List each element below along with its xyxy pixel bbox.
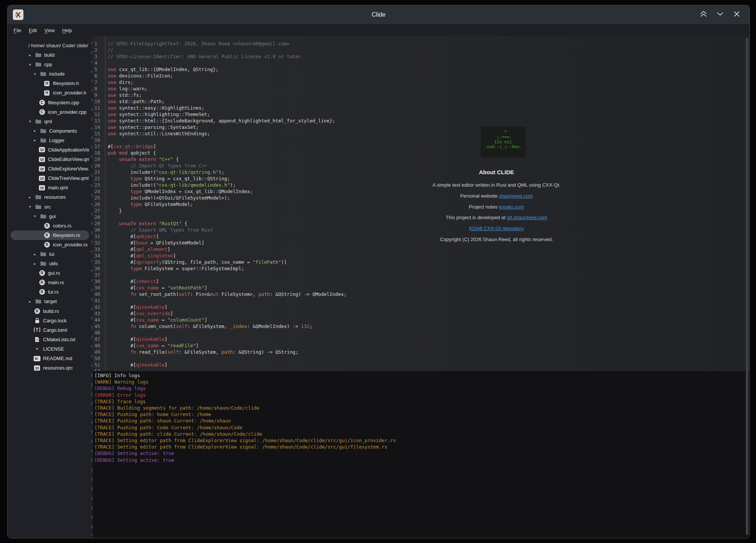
- about-link[interactable]: shaunreed.com: [499, 193, 533, 199]
- tree-item-label: main.rs: [48, 280, 64, 285]
- tree-item-tui[interactable]: ▸tui: [11, 249, 89, 259]
- chevron-expanded-icon: ▾: [29, 205, 35, 209]
- maximize-button[interactable]: [699, 10, 708, 19]
- tree-item-license[interactable]: ✶LICENSE: [11, 344, 89, 354]
- folder-icon: [40, 71, 46, 76]
- tree-item-clideeditorview-qml[interactable]: QtClideEditorView.qml: [11, 155, 89, 164]
- log-line-debug: [DEBUG] Setting active: true: [94, 457, 750, 463]
- tree-item-components[interactable]: ▸Components: [11, 126, 89, 136]
- code-token: [108, 176, 130, 181]
- code-token: [108, 156, 119, 162]
- code-line-text: #[cxx_qt::bridge]: [104, 143, 156, 150]
- menu-mnemonic: F: [14, 28, 17, 33]
- tree-item-target[interactable]: ▸target: [11, 297, 89, 306]
- tree-item-utils[interactable]: ▸utils: [11, 259, 89, 268]
- tree-item-label: icon_provider.h: [53, 90, 86, 96]
- qt-file-icon: Qt: [39, 185, 45, 190]
- code-token: #[: [108, 317, 136, 323]
- tree-item-gui[interactable]: ▾gui: [11, 212, 89, 221]
- qt-file-icon: Qt: [39, 147, 45, 152]
- tree-item-main-qml[interactable]: Qtmain.qml: [11, 183, 89, 192]
- tree-item-colors-rs[interactable]: Rcolors.rs: [11, 221, 89, 231]
- tree-item-cargo-lock[interactable]: Cargo.lock: [11, 316, 89, 325]
- tree-item-filesystem-cpp[interactable]: Cfilesystem.cpp: [11, 97, 89, 107]
- text-file-icon: [34, 337, 40, 342]
- tree-item-label: CMakeLists.txt: [43, 337, 75, 342]
- tree-item-build[interactable]: ▸build: [11, 50, 89, 60]
- tree-item-clideapplicationview-qml[interactable]: QtClideApplicationView.qml: [11, 145, 89, 155]
- menu-item-view[interactable]: View: [41, 25, 59, 36]
- code-line-text: // Export QML Types from Rust: [104, 227, 213, 233]
- log-line-trace: [TRACE] Building segments for path: /hom…: [94, 405, 750, 411]
- code-line-text: #[qproperty(QString, file_path, cxx_name…: [104, 259, 287, 265]
- folder-icon: [35, 53, 42, 57]
- line-number: 33: [93, 246, 104, 252]
- qt-file-icon: Qt: [39, 176, 45, 181]
- line-number: 5: [93, 66, 104, 73]
- code-token: }: [108, 208, 122, 213]
- tree-item-icon-provider-cpp[interactable]: Cicon_provider.cpp: [11, 107, 89, 117]
- cpp-file-icon: C: [39, 100, 45, 105]
- code-token: ]: [204, 285, 207, 291]
- tree-item-label: filesystem.rs: [53, 232, 80, 238]
- close-icon: [733, 11, 740, 19]
- line-number: 3: [93, 53, 104, 60]
- code-token: type: [130, 176, 142, 181]
- line-number: 31: [93, 233, 104, 240]
- menu-item-edit[interactable]: Edit: [25, 25, 41, 36]
- tree-item-cpp[interactable]: ▾cpp: [11, 60, 89, 69]
- explorer-scrollbar[interactable]: [91, 42, 92, 536]
- menu-item-help[interactable]: Help: [59, 25, 76, 36]
- tree-item-src[interactable]: ▾src: [11, 202, 89, 212]
- about-link[interactable]: knoats.com: [499, 204, 524, 210]
- code-token: use: [108, 86, 116, 91]
- tree-item-gui-rs[interactable]: Rgui.rs: [11, 268, 89, 278]
- code-token: use: [108, 79, 116, 85]
- about-link[interactable]: git.shaunreed.com: [507, 215, 547, 220]
- code-token: qml_element: [136, 246, 167, 252]
- line-number: 1: [93, 40, 104, 47]
- log-line-trace: [TRACE] Trace logs: [94, 398, 750, 405]
- content-area: / home/ shaun/ Code/ clide/ ▸build▾cpp▾i…: [8, 36, 750, 538]
- tree-item-clideexplorerview-qml[interactable]: QtClideExplorerView.qml: [11, 164, 89, 173]
- tree-item-resources[interactable]: ▸resources: [11, 192, 89, 202]
- code-editor[interactable]: 1// SPDX-FileCopyrightText: 2026, Shaun …: [93, 36, 750, 371]
- tree-item-clidetreeview-qml[interactable]: QtClideTreeView.qml: [11, 173, 89, 183]
- tree-item-readme-md[interactable]: M↓README.md: [11, 354, 89, 363]
- code-line-text: #[qml_element]: [104, 246, 170, 252]
- code-token: #[: [108, 343, 136, 348]
- tree-item-tui-rs[interactable]: Rtui.rs: [11, 287, 89, 297]
- tree-item-icon-provider-rs[interactable]: Ricon_provider.rs: [11, 240, 89, 249]
- code-token: : &FileSystem,: [187, 323, 230, 329]
- menu-item-file[interactable]: File: [10, 25, 25, 36]
- tree-item-filesystem-h[interactable]: Hfilesystem.h: [11, 79, 89, 88]
- double-chevron-up-icon: [699, 10, 708, 19]
- header-file-icon: H: [43, 81, 50, 86]
- code-line: 7use dirs;: [93, 79, 750, 85]
- tree-item-filesystem-rs[interactable]: Rfilesystem.rs: [11, 231, 89, 240]
- tree-item-cmakelists-txt[interactable]: CMakeLists.txt: [11, 335, 89, 344]
- tree-item-resources-qrc[interactable]: Qtresources.qrc: [11, 363, 89, 373]
- log-line-trace: [TRACE] Pushing path: Code Current: /hom…: [94, 424, 750, 431]
- tree-item-label: tui: [49, 251, 54, 257]
- code-line-text: use syntect::easy::HighlightLines;: [104, 105, 204, 111]
- close-button[interactable]: [732, 10, 741, 19]
- code-token: );: [230, 182, 236, 188]
- editor-scrollbar[interactable]: [746, 38, 748, 535]
- tree-item-build-rs[interactable]: Rbuild.rs: [11, 306, 89, 316]
- code-token: qinvokable: [136, 336, 164, 342]
- code-token: path: [221, 349, 233, 355]
- code-token: mut: [210, 291, 219, 297]
- line-number: 40: [93, 291, 104, 297]
- tree-item-qml[interactable]: ▾qml: [11, 117, 89, 126]
- about-link[interactable]: KDAB CXX-Qt repository: [469, 226, 524, 231]
- tree-item-logger[interactable]: ▸Logger: [11, 136, 89, 145]
- tree-item-icon-provider-h[interactable]: Hicon_provider.h: [11, 88, 89, 97]
- code-token: "readFile": [167, 343, 196, 348]
- tree-item-label: filesystem.h: [53, 80, 79, 86]
- tree-item-include[interactable]: ▾include: [11, 69, 89, 79]
- tree-item-cargo-toml[interactable]: [T]Cargo.toml: [11, 325, 89, 335]
- minimize-button[interactable]: [716, 10, 725, 19]
- tree-item-main-rs[interactable]: Rmain.rs: [11, 278, 89, 287]
- log-panel[interactable]: [INFO] Info logs[WARN] Warning logs[DEBU…: [93, 371, 750, 538]
